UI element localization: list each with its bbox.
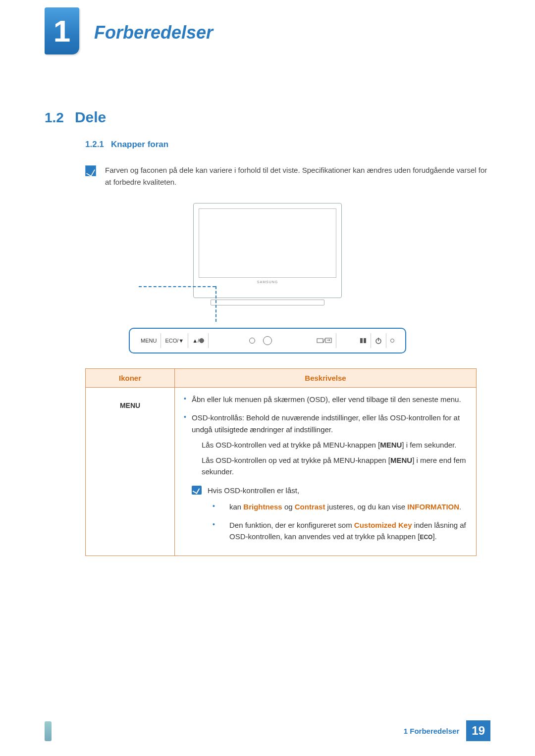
note-text: Farven og faconen på dele kan variere i …: [105, 164, 490, 188]
bullet-item: Åbn eller luk menuen på skærmen (OSD), e…: [192, 394, 469, 405]
page-footer: 1 Forberedelser 19: [0, 721, 535, 741]
menu-label: MENU: [380, 441, 402, 449]
menu-label: MENU: [390, 456, 412, 464]
callout-line: [215, 286, 216, 322]
circle-icon: [263, 336, 272, 345]
panel-btn-auto: [356, 333, 371, 348]
row-desc-cell: Åbn eller luk menuen på skærmen (OSD), e…: [175, 388, 477, 556]
page: 1 Forberedelser 1.2 Dele 1.2.1 Knapper f…: [0, 0, 535, 615]
monitor-screen: [199, 208, 336, 278]
chapter-number-tab: 1: [45, 7, 79, 54]
section-title: Dele: [75, 109, 106, 126]
led-icon: [390, 339, 394, 343]
monitor-diagram: SAMSUNG MENU ECO/▼ ▲/ /: [129, 203, 406, 353]
panel-btn-power: [371, 333, 386, 348]
footer-accent-bar: [45, 721, 52, 741]
note-icon: [192, 486, 202, 495]
panel-btn-source: /: [313, 333, 336, 348]
svg-rect-0: [317, 339, 323, 343]
enter-icon: [325, 338, 332, 344]
section-heading: 1.2 Dele: [45, 109, 490, 126]
monitor-outline: SAMSUNG: [193, 203, 342, 298]
panel-btn-eco: ECO/▼: [161, 333, 188, 348]
bullet-item: OSD-kontrollås: Behold de nuværende inds…: [192, 412, 469, 477]
panel-led: [386, 333, 398, 348]
footer-chapter-label: 1 Forberedelser: [404, 727, 460, 735]
power-icon: [375, 337, 382, 344]
highlight-brightness: Brightness: [243, 503, 282, 511]
table-row: MENU Åbn eller luk menuen på skærmen (OS…: [86, 388, 477, 556]
svg-rect-3: [364, 338, 366, 343]
sub-bullet: Den funktion, der er konfigureret som Cu…: [220, 519, 469, 543]
description-table: Ikoner Beskrivelse MENU Åbn eller luk me…: [85, 368, 477, 556]
row-icon-cell: MENU: [86, 388, 175, 556]
panel-btn-circle-small: [245, 333, 259, 348]
panel-btn-menu: MENU: [137, 333, 161, 348]
source-icon: [317, 338, 323, 343]
paragraph: Lås OSD-kontrollen ved at trykke på MENU…: [202, 439, 469, 451]
highlight-contrast: Contrast: [295, 503, 325, 511]
panel-spacer: [209, 333, 245, 348]
chapter-number: 1: [54, 16, 70, 47]
paragraph: Lås OSD-kontrollen op ved at trykke på M…: [202, 454, 469, 478]
circle-icon: [249, 338, 255, 344]
eco-label: ECO: [420, 534, 432, 541]
record-icon: [199, 338, 204, 343]
note-block: Farven og faconen på dele kan variere i …: [85, 164, 490, 188]
panel-btn-circle-large: [259, 333, 276, 348]
section-number: 1.2: [45, 110, 64, 126]
callout-line: [139, 286, 215, 287]
inner-note-intro: Hvis OSD-kontrollen er låst,: [208, 485, 469, 496]
panel-spacer: [276, 333, 313, 348]
subsection-title: Knapper foran: [111, 140, 168, 149]
footer-right: 1 Forberedelser 19: [404, 720, 490, 741]
svg-rect-2: [360, 338, 363, 343]
highlight-information: INFORMATION: [407, 503, 459, 511]
subsection-heading: 1.2.1 Knapper foran: [85, 140, 490, 150]
footer-page-number: 19: [466, 720, 490, 741]
panel-btn-up: ▲/: [188, 333, 209, 348]
sub-bullet: kan Brightness og Contrast justeres, og …: [220, 501, 469, 512]
col-header-icons: Ikoner: [86, 369, 175, 388]
monitor-brand: SAMSUNG: [194, 280, 341, 284]
button-panel: MENU ECO/▼ ▲/ /: [129, 328, 406, 353]
inner-note-block: Hvis OSD-kontrollen er låst, kan Brightn…: [192, 485, 469, 550]
col-header-desc: Beskrivelse: [175, 369, 477, 388]
chapter-title: Forberedelser: [94, 22, 213, 43]
note-icon: [85, 165, 96, 176]
subsection-number: 1.2.1: [85, 140, 104, 149]
monitor-stand: [211, 300, 324, 305]
auto-icon: [360, 338, 367, 344]
panel-spacer: [336, 333, 356, 348]
highlight-customized-key: Customized Key: [354, 521, 412, 529]
